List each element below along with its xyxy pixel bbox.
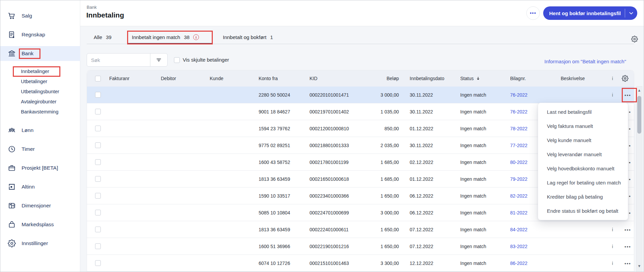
row-checkbox[interactable]: [95, 92, 101, 98]
scroll-up-icon[interactable]: ▲: [637, 87, 642, 93]
row-actions-button[interactable]: •••: [621, 87, 634, 103]
row-checkbox[interactable]: [95, 109, 101, 114]
sidebar-subitem-bankavstemming[interactable]: Bankavstemming: [21, 108, 58, 116]
row-checkbox[interactable]: [95, 176, 101, 182]
scroll-down-icon[interactable]: ▼: [637, 263, 642, 269]
cell-status: Ingen match: [460, 238, 486, 255]
bilag-link[interactable]: 76-2022: [510, 87, 527, 103]
chevron-down-icon[interactable]: [625, 10, 637, 16]
table-row[interactable]: 1600 51 36966 000221901001216 1 650,00 0…: [87, 238, 634, 255]
cell-kid: 000223401000366: [310, 188, 350, 204]
tab-innbetalt-ingen-match[interactable]: Innbetalt ingen match38 i: [132, 34, 199, 40]
tab-innbetalt-og-bokfort[interactable]: Innbetalt og bokført1: [223, 34, 273, 40]
cell-innbetalingsdato: 07.12.2022: [410, 221, 433, 238]
fetch-and-book-paymentfile-button[interactable]: Hent og bokfør innbetalingsfil: [543, 6, 637, 20]
gear-icon: [8, 239, 16, 247]
row-checkbox[interactable]: [95, 210, 101, 215]
bilag-link[interactable]: 78-2022: [510, 120, 527, 137]
row-checkbox[interactable]: [95, 142, 101, 148]
info-icon[interactable]: i: [193, 34, 199, 40]
info-link[interactable]: Informasjon om "Betalt ingen match": [545, 59, 626, 64]
sidebar-subitem-utbetalinger[interactable]: Utbetalinger: [21, 77, 47, 86]
active-tab-indicator: [128, 43, 212, 44]
sidebar-subitem-avtalegirobunter[interactable]: Avtalegirobunter: [21, 98, 56, 106]
vertical-scrollbar[interactable]: ▲ ▼: [636, 86, 642, 272]
bilag-link[interactable]: 82-2022: [510, 188, 527, 204]
context-menu-item[interactable]: Velg leverandør manuelt: [538, 147, 628, 161]
context-menu-item[interactable]: Lag regel for betaling uten match: [538, 176, 628, 190]
sidebar-item-altinn[interactable]: Altinn: [0, 179, 80, 194]
row-actions-button[interactable]: •••: [621, 255, 634, 272]
context-menu-item[interactable]: Velg faktura manuelt: [538, 119, 628, 133]
bilag-link[interactable]: 76-2022: [510, 103, 527, 120]
row-checkbox[interactable]: [95, 126, 101, 131]
bilag-link[interactable]: 83-2022: [510, 238, 527, 255]
bilag-link[interactable]: 80-2022: [510, 154, 527, 171]
column-header-status[interactable]: Status: [460, 70, 480, 87]
row-actions-button[interactable]: •••: [621, 221, 634, 238]
filter-icon[interactable]: [150, 54, 167, 66]
column-header-kid[interactable]: KID: [310, 70, 350, 87]
column-header-konto-fra[interactable]: Konto fra: [259, 70, 278, 87]
sidebar-subitem-innbetalinger[interactable]: Innbetalinger: [21, 67, 49, 75]
row-checkbox[interactable]: [95, 193, 101, 199]
sidebar-item-dimensjoner[interactable]: Dimensjoner: [0, 198, 80, 213]
cell-kid: 000217801001199: [310, 154, 350, 171]
cell-innbetalingsdato: 07.12.2022: [410, 238, 433, 255]
column-header-beskrivelse[interactable]: Beskrivelse: [561, 70, 585, 87]
cell-status: Ingen match: [460, 204, 486, 221]
sidebar-item-timer[interactable]: Timer: [0, 142, 80, 157]
column-header-debitor[interactable]: Debitor: [161, 70, 176, 87]
context-menu-item[interactable]: Velg kunde manuelt: [538, 133, 628, 147]
bilag-link[interactable]: 77-2022: [510, 137, 527, 154]
column-header-fakturanr[interactable]: Fakturanr: [109, 70, 129, 87]
sidebar-item-markedsplass[interactable]: Markedsplass: [0, 217, 80, 232]
bilag-link[interactable]: 84-2022: [510, 221, 527, 238]
select-all-checkbox[interactable]: [95, 76, 101, 81]
context-menu-item[interactable]: Velg hovedbokskonto manuelt: [538, 162, 628, 175]
sidebar-item-prosjekt[interactable]: Prosjekt [BETA]: [0, 161, 80, 175]
show-hidden-payments-checkbox[interactable]: [174, 57, 180, 63]
cell-kid: 000215101001463: [310, 255, 350, 272]
sidebar-item-label: Dimensjoner: [22, 203, 51, 209]
cell-innbetalingsdato: 06.12.2022: [410, 188, 433, 204]
context-menu-item[interactable]: Endre status til bokført og betalt: [538, 204, 628, 218]
cell-innbetalingsdato: 12.12.2022: [410, 255, 433, 272]
bilag-link[interactable]: 81-2022: [510, 204, 527, 221]
tab-alle[interactable]: Alle39: [94, 34, 112, 40]
bilag-link[interactable]: 79-2022: [510, 171, 527, 188]
column-header-belop[interactable]: Beløp: [358, 70, 399, 87]
sidebar-item-innstillinger[interactable]: Innstillinger: [0, 236, 80, 251]
sidebar-item-salg[interactable]: Salg: [0, 8, 80, 23]
cell-konto-fra: 9001 18 84627: [259, 103, 290, 120]
sidebar-item-lonn[interactable]: Lønn: [0, 123, 80, 138]
context-menu-item[interactable]: Krediter bilag på betaling: [538, 190, 628, 204]
row-checkbox[interactable]: [95, 243, 101, 249]
column-header-bilagnr[interactable]: Bilagnr.: [510, 70, 526, 87]
table-row[interactable]: 1813 36 63459 000222401000611 1 650,00 0…: [87, 221, 634, 238]
cell-status: Ingen match: [460, 221, 486, 238]
bilag-link[interactable]: 86-2022: [510, 255, 527, 272]
table-row[interactable]: 2280 50 50024 000220101001471 3 000,00 3…: [87, 87, 634, 103]
cell-status: Ingen match: [460, 188, 486, 204]
people-icon: [8, 126, 16, 134]
context-menu-item[interactable]: Last ned betalingsfil: [538, 105, 628, 118]
cell-status: Ingen match: [460, 87, 486, 103]
cell-konto-fra: 1600 43 58752: [259, 154, 290, 171]
row-checkbox[interactable]: [95, 227, 101, 232]
sidebar-item-label: Salg: [22, 13, 32, 19]
table-row[interactable]: 6074 10 12726 000215101001463 3 300,00 1…: [87, 255, 634, 272]
sidebar-subitem-utbetalingsbunter[interactable]: Utbetalingsbunter: [21, 88, 59, 96]
column-header-innbetalingsdato[interactable]: Innbetalingsdato: [410, 70, 444, 87]
row-actions-button[interactable]: •••: [621, 238, 634, 255]
table-settings-gear-icon[interactable]: [622, 75, 628, 82]
column-header-kunde[interactable]: Kunde: [210, 70, 223, 87]
row-checkbox[interactable]: [95, 260, 101, 266]
scrollbar-thumb[interactable]: [637, 96, 641, 134]
search-input[interactable]: [87, 54, 150, 66]
row-checkbox[interactable]: [95, 159, 101, 165]
header-more-button[interactable]: •••: [526, 6, 540, 20]
sidebar-item-regnskap[interactable]: Regnskap: [0, 27, 80, 42]
sidebar-item-bank[interactable]: Bank: [0, 46, 80, 61]
tab-settings-gear-icon[interactable]: [631, 36, 638, 42]
